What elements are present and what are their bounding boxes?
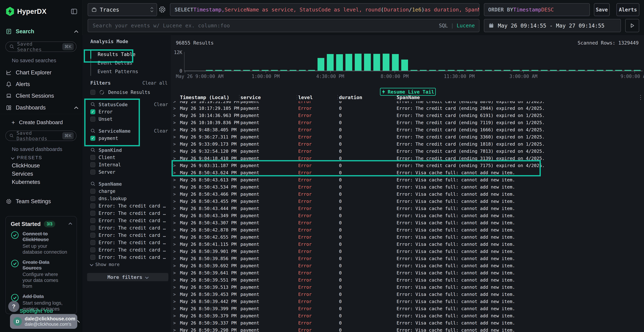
filter-option[interactable]: Error: The credit card …	[90, 239, 168, 246]
expand-row-chevron[interactable]: >	[173, 226, 176, 234]
table-row[interactable]: >May 26 9:32:54.120 PMpaymentError0Error…	[171, 148, 644, 155]
filter-option[interactable]: Error: The credit card …	[90, 217, 168, 224]
help-button[interactable]: ?	[8, 301, 19, 312]
histogram-bar[interactable]	[373, 54, 380, 71]
table-row[interactable]: >May 26 9:03:31.187 PMpaymentError0Error…	[171, 162, 644, 169]
sidebar-item-dashboards[interactable]: Dashboards	[6, 104, 78, 112]
denoise-results-toggle[interactable]: Denoise Results	[90, 90, 150, 95]
filter-option[interactable]: ✓Error	[90, 108, 168, 116]
expand-row-chevron[interactable]: >	[173, 176, 176, 184]
expand-row-chevron[interactable]: >	[173, 320, 176, 327]
table-row[interactable]: >May 26 8:50:39.399 PMpaymentError0Error…	[171, 305, 644, 312]
table-row[interactable]: >May 26 8:50:39.442 PMpaymentError0Error…	[171, 298, 644, 305]
table-row[interactable]: >May 26 8:50:43.466 PMpaymentError0Error…	[171, 191, 644, 198]
filter-option[interactable]: Error: The credit card …	[90, 224, 168, 232]
toggle-lucene[interactable]: Lucene	[457, 23, 475, 28]
collapse-sidebar-icon[interactable]	[70, 8, 78, 15]
table-row[interactable]: >May 26 8:50:39.513 PMpaymentError0Error…	[171, 284, 644, 291]
checkbox[interactable]	[90, 189, 95, 194]
column-header-level[interactable]: level	[298, 95, 313, 100]
expand-row-chevron[interactable]: >	[173, 155, 176, 162]
filter-option[interactable]: Error: The credit card …	[90, 210, 168, 217]
checkbox[interactable]: ✓	[90, 109, 95, 114]
table-row[interactable]: >May 26 8:50:43.307 PMpaymentError0Error…	[171, 219, 644, 226]
filter-option[interactable]: Internal	[90, 161, 168, 168]
table-row[interactable]: >May 26 8:50:39.901 PMpaymentError0Error…	[171, 248, 644, 255]
filter-option[interactable]: Error: The credit card …	[90, 202, 168, 210]
expand-row-chevron[interactable]: >	[173, 101, 176, 105]
table-row[interactable]: >May 26 8:50:42.878 PMpaymentError0Error…	[171, 226, 644, 234]
checkbox[interactable]	[90, 90, 95, 95]
sidebar-item-services[interactable]: Services	[12, 171, 33, 177]
checkbox[interactable]	[90, 218, 95, 223]
table-row[interactable]: >May 26 8:50:42.655 PMpaymentError0Error…	[171, 234, 644, 241]
sidebar-item-clickhouse[interactable]: ClickHouse	[12, 162, 40, 169]
table-row-clipped[interactable]: >May 26 10:19:51.296 PMpaymentError0Erro…	[171, 101, 644, 105]
expand-row-chevron[interactable]: >	[173, 126, 176, 134]
column-header-spanname[interactable]: SpanName	[396, 95, 420, 100]
clear-filter-link[interactable]: Clear	[154, 102, 168, 107]
checkbox[interactable]: ✓	[90, 136, 95, 141]
order-by-editor[interactable]: ORDER BY Timestamp DESC	[484, 3, 590, 16]
filter-option[interactable]: ✓payment	[90, 134, 168, 142]
expand-row-chevron[interactable]: >	[173, 169, 176, 176]
sql-select-editor[interactable]: SELECT Timestamp, ServiceName as service…	[170, 3, 480, 16]
saved-searches-input[interactable]: Saved Searches ⌘K	[5, 42, 76, 52]
expand-row-chevron[interactable]: >	[173, 298, 176, 305]
source-select[interactable]: Traces	[88, 3, 157, 16]
sidebar-item-kubernetes[interactable]: Kubernetes	[12, 179, 40, 185]
filter-option[interactable]: Client	[90, 154, 168, 161]
histogram-bar[interactable]	[355, 54, 362, 71]
run-query-button[interactable]	[625, 19, 639, 32]
source-settings-gear-icon[interactable]	[158, 5, 166, 14]
table-row[interactable]: >May 26 8:50:39.337 PMpaymentError0Error…	[171, 320, 644, 327]
chevron-up-icon[interactable]	[74, 30, 78, 34]
table-row[interactable]: >May 26 9:48:38.405 PMpaymentError0Error…	[171, 126, 644, 134]
table-row[interactable]: >May 26 9:33:09.173 PMpaymentError0Error…	[171, 140, 644, 148]
expand-row-chevron[interactable]: >	[173, 276, 176, 284]
expand-row-chevron[interactable]: >	[173, 255, 176, 262]
filter-option[interactable]: dns.lookup	[90, 195, 168, 202]
histogram-bar[interactable]	[346, 54, 352, 71]
checkbox[interactable]	[90, 196, 95, 201]
get-started-step[interactable]: Create Data Sources Configure where your…	[11, 260, 72, 290]
expand-row-chevron[interactable]: >	[173, 212, 176, 219]
table-row[interactable]: >May 26 8:50:43.534 PMpaymentError0Error…	[171, 184, 644, 191]
save-button[interactable]: Save	[594, 3, 610, 16]
table-row[interactable]: >May 26 8:50:39.453 PMpaymentError0Error…	[171, 291, 644, 298]
table-row[interactable]: >May 26 8:50:43.444 PMpaymentError0Error…	[171, 205, 644, 212]
expand-row-chevron[interactable]: >	[173, 191, 176, 198]
expand-row-chevron[interactable]: >	[173, 219, 176, 226]
table-row[interactable]: >May 26 8:50:43.613 PMpaymentError0Error…	[171, 176, 644, 184]
histogram-bar[interactable]	[327, 54, 334, 71]
chevron-up-icon[interactable]	[68, 222, 72, 226]
histogram-bar[interactable]	[392, 54, 399, 71]
filter-option[interactable]: charge	[90, 188, 168, 195]
get-started-step[interactable]: Connect to ClickHouse Set up your databa…	[11, 231, 72, 255]
expand-row-chevron[interactable]: >	[173, 262, 176, 270]
table-row[interactable]: >May 26 8:50:39.692 PMpaymentError0Error…	[171, 262, 644, 270]
checkbox[interactable]	[90, 117, 95, 122]
filter-option[interactable]: Error: The credit card …	[90, 232, 168, 239]
histogram-bar[interactable]	[318, 58, 324, 71]
alerts-button[interactable]: Alerts	[616, 3, 639, 16]
sidebar-item-client-sessions[interactable]: Client Sessions	[6, 92, 78, 100]
search-input[interactable]	[92, 22, 439, 29]
histogram-bar[interactable]	[336, 54, 343, 71]
saved-dashboards-input[interactable]: Saved Dashboards ⌘K	[5, 130, 76, 141]
table-row[interactable]: >May 26 8:50:43.349 PMpaymentError0Error…	[171, 212, 644, 219]
expand-row-chevron[interactable]: >	[173, 119, 176, 126]
checkbox[interactable]	[90, 170, 95, 174]
table-row[interactable]: >May 26 9:04:18.410 PMpaymentError0Error…	[171, 155, 644, 162]
table-row[interactable]: >May 26 10:10:39.836 PMpaymentError0Erro…	[171, 119, 644, 126]
expand-row-chevron[interactable]: >	[173, 291, 176, 298]
sidebar-item-chart-explorer[interactable]: Chart Explorer	[6, 68, 78, 77]
sidebar-item-alerts[interactable]: Alerts	[6, 80, 78, 88]
expand-row-chevron[interactable]: >	[173, 241, 176, 248]
histogram-bar[interactable]	[383, 54, 390, 71]
analysis-mode-event-deltas[interactable]: Event Deltas	[90, 59, 167, 67]
table-row[interactable]: >May 26 8:50:39.551 PMpaymentError0Error…	[171, 276, 644, 284]
presets-section[interactable]: PRESETS	[12, 155, 42, 160]
table-row[interactable]: >May 26 8:50:43.455 PMpaymentError0Error…	[171, 198, 644, 205]
results-histogram[interactable]	[171, 52, 644, 71]
